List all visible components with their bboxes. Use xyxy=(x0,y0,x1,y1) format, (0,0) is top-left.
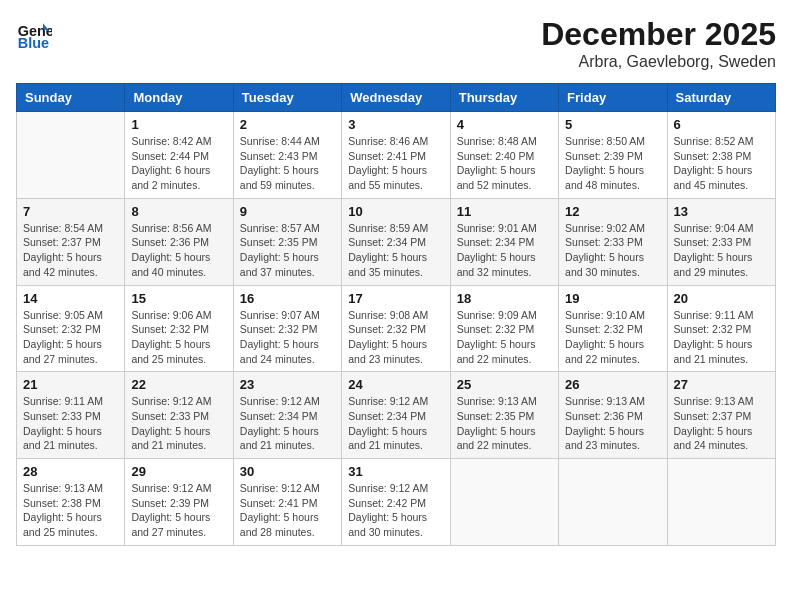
calendar-cell: 6Sunrise: 8:52 AMSunset: 2:38 PMDaylight… xyxy=(667,112,775,199)
calendar-cell: 19Sunrise: 9:10 AMSunset: 2:32 PMDayligh… xyxy=(559,285,667,372)
calendar-cell: 22Sunrise: 9:12 AMSunset: 2:33 PMDayligh… xyxy=(125,372,233,459)
day-number: 21 xyxy=(23,377,118,392)
day-detail: Sunrise: 9:05 AMSunset: 2:32 PMDaylight:… xyxy=(23,308,118,367)
calendar-cell xyxy=(450,459,558,546)
day-number: 23 xyxy=(240,377,335,392)
calendar-cell: 10Sunrise: 8:59 AMSunset: 2:34 PMDayligh… xyxy=(342,198,450,285)
day-number: 3 xyxy=(348,117,443,132)
day-number: 5 xyxy=(565,117,660,132)
calendar-cell: 27Sunrise: 9:13 AMSunset: 2:37 PMDayligh… xyxy=(667,372,775,459)
day-detail: Sunrise: 8:42 AMSunset: 2:44 PMDaylight:… xyxy=(131,134,226,193)
calendar-cell: 25Sunrise: 9:13 AMSunset: 2:35 PMDayligh… xyxy=(450,372,558,459)
day-number: 10 xyxy=(348,204,443,219)
day-detail: Sunrise: 8:57 AMSunset: 2:35 PMDaylight:… xyxy=(240,221,335,280)
weekday-header-friday: Friday xyxy=(559,84,667,112)
weekday-header-row: SundayMondayTuesdayWednesdayThursdayFrid… xyxy=(17,84,776,112)
day-number: 11 xyxy=(457,204,552,219)
day-detail: Sunrise: 9:13 AMSunset: 2:35 PMDaylight:… xyxy=(457,394,552,453)
day-detail: Sunrise: 9:11 AMSunset: 2:33 PMDaylight:… xyxy=(23,394,118,453)
calendar-cell xyxy=(559,459,667,546)
day-detail: Sunrise: 8:52 AMSunset: 2:38 PMDaylight:… xyxy=(674,134,769,193)
day-number: 27 xyxy=(674,377,769,392)
calendar-cell: 3Sunrise: 8:46 AMSunset: 2:41 PMDaylight… xyxy=(342,112,450,199)
calendar-cell: 30Sunrise: 9:12 AMSunset: 2:41 PMDayligh… xyxy=(233,459,341,546)
logo: General Blue xyxy=(16,16,52,52)
day-detail: Sunrise: 9:10 AMSunset: 2:32 PMDaylight:… xyxy=(565,308,660,367)
calendar-cell: 11Sunrise: 9:01 AMSunset: 2:34 PMDayligh… xyxy=(450,198,558,285)
location-title: Arbra, Gaevleborg, Sweden xyxy=(541,53,776,71)
weekday-header-saturday: Saturday xyxy=(667,84,775,112)
day-detail: Sunrise: 9:06 AMSunset: 2:32 PMDaylight:… xyxy=(131,308,226,367)
calendar-cell: 18Sunrise: 9:09 AMSunset: 2:32 PMDayligh… xyxy=(450,285,558,372)
weekday-header-thursday: Thursday xyxy=(450,84,558,112)
day-detail: Sunrise: 9:12 AMSunset: 2:34 PMDaylight:… xyxy=(348,394,443,453)
svg-text:Blue: Blue xyxy=(18,35,49,51)
day-detail: Sunrise: 9:09 AMSunset: 2:32 PMDaylight:… xyxy=(457,308,552,367)
calendar-cell: 2Sunrise: 8:44 AMSunset: 2:43 PMDaylight… xyxy=(233,112,341,199)
day-detail: Sunrise: 9:13 AMSunset: 2:38 PMDaylight:… xyxy=(23,481,118,540)
day-detail: Sunrise: 9:12 AMSunset: 2:33 PMDaylight:… xyxy=(131,394,226,453)
day-number: 17 xyxy=(348,291,443,306)
week-row-3: 14Sunrise: 9:05 AMSunset: 2:32 PMDayligh… xyxy=(17,285,776,372)
day-detail: Sunrise: 9:04 AMSunset: 2:33 PMDaylight:… xyxy=(674,221,769,280)
calendar-table: SundayMondayTuesdayWednesdayThursdayFrid… xyxy=(16,83,776,546)
day-number: 14 xyxy=(23,291,118,306)
day-number: 12 xyxy=(565,204,660,219)
calendar-cell: 16Sunrise: 9:07 AMSunset: 2:32 PMDayligh… xyxy=(233,285,341,372)
day-number: 6 xyxy=(674,117,769,132)
calendar-cell xyxy=(667,459,775,546)
day-detail: Sunrise: 8:44 AMSunset: 2:43 PMDaylight:… xyxy=(240,134,335,193)
calendar-cell: 31Sunrise: 9:12 AMSunset: 2:42 PMDayligh… xyxy=(342,459,450,546)
day-number: 20 xyxy=(674,291,769,306)
logo-icon: General Blue xyxy=(16,16,52,52)
day-detail: Sunrise: 9:13 AMSunset: 2:36 PMDaylight:… xyxy=(565,394,660,453)
week-row-2: 7Sunrise: 8:54 AMSunset: 2:37 PMDaylight… xyxy=(17,198,776,285)
day-number: 26 xyxy=(565,377,660,392)
calendar-cell xyxy=(17,112,125,199)
day-number: 19 xyxy=(565,291,660,306)
calendar-cell: 28Sunrise: 9:13 AMSunset: 2:38 PMDayligh… xyxy=(17,459,125,546)
day-number: 24 xyxy=(348,377,443,392)
week-row-1: 1Sunrise: 8:42 AMSunset: 2:44 PMDaylight… xyxy=(17,112,776,199)
day-number: 4 xyxy=(457,117,552,132)
day-number: 28 xyxy=(23,464,118,479)
title-area: December 2025 Arbra, Gaevleborg, Sweden xyxy=(541,16,776,71)
day-detail: Sunrise: 8:59 AMSunset: 2:34 PMDaylight:… xyxy=(348,221,443,280)
day-number: 1 xyxy=(131,117,226,132)
day-number: 22 xyxy=(131,377,226,392)
day-detail: Sunrise: 9:12 AMSunset: 2:41 PMDaylight:… xyxy=(240,481,335,540)
weekday-header-wednesday: Wednesday xyxy=(342,84,450,112)
day-number: 13 xyxy=(674,204,769,219)
weekday-header-sunday: Sunday xyxy=(17,84,125,112)
day-detail: Sunrise: 9:11 AMSunset: 2:32 PMDaylight:… xyxy=(674,308,769,367)
calendar-cell: 17Sunrise: 9:08 AMSunset: 2:32 PMDayligh… xyxy=(342,285,450,372)
day-number: 7 xyxy=(23,204,118,219)
day-detail: Sunrise: 9:07 AMSunset: 2:32 PMDaylight:… xyxy=(240,308,335,367)
calendar-cell: 15Sunrise: 9:06 AMSunset: 2:32 PMDayligh… xyxy=(125,285,233,372)
day-number: 30 xyxy=(240,464,335,479)
day-number: 18 xyxy=(457,291,552,306)
day-detail: Sunrise: 8:56 AMSunset: 2:36 PMDaylight:… xyxy=(131,221,226,280)
week-row-5: 28Sunrise: 9:13 AMSunset: 2:38 PMDayligh… xyxy=(17,459,776,546)
day-detail: Sunrise: 9:01 AMSunset: 2:34 PMDaylight:… xyxy=(457,221,552,280)
calendar-cell: 7Sunrise: 8:54 AMSunset: 2:37 PMDaylight… xyxy=(17,198,125,285)
calendar-cell: 4Sunrise: 8:48 AMSunset: 2:40 PMDaylight… xyxy=(450,112,558,199)
month-title: December 2025 xyxy=(541,16,776,53)
calendar-cell: 21Sunrise: 9:11 AMSunset: 2:33 PMDayligh… xyxy=(17,372,125,459)
weekday-header-monday: Monday xyxy=(125,84,233,112)
day-detail: Sunrise: 8:54 AMSunset: 2:37 PMDaylight:… xyxy=(23,221,118,280)
calendar-cell: 29Sunrise: 9:12 AMSunset: 2:39 PMDayligh… xyxy=(125,459,233,546)
page-header: General Blue December 2025 Arbra, Gaevle… xyxy=(16,16,776,71)
day-detail: Sunrise: 8:46 AMSunset: 2:41 PMDaylight:… xyxy=(348,134,443,193)
day-number: 31 xyxy=(348,464,443,479)
day-detail: Sunrise: 9:12 AMSunset: 2:42 PMDaylight:… xyxy=(348,481,443,540)
calendar-cell: 9Sunrise: 8:57 AMSunset: 2:35 PMDaylight… xyxy=(233,198,341,285)
day-detail: Sunrise: 9:12 AMSunset: 2:34 PMDaylight:… xyxy=(240,394,335,453)
weekday-header-tuesday: Tuesday xyxy=(233,84,341,112)
day-number: 2 xyxy=(240,117,335,132)
day-number: 29 xyxy=(131,464,226,479)
day-detail: Sunrise: 8:50 AMSunset: 2:39 PMDaylight:… xyxy=(565,134,660,193)
week-row-4: 21Sunrise: 9:11 AMSunset: 2:33 PMDayligh… xyxy=(17,372,776,459)
day-number: 9 xyxy=(240,204,335,219)
day-number: 16 xyxy=(240,291,335,306)
